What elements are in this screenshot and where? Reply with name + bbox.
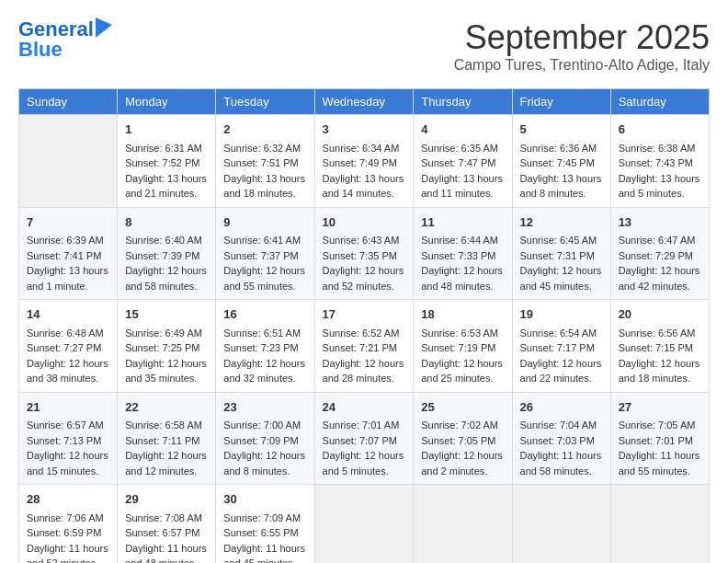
day-number: 24	[323, 398, 406, 417]
day-cell: 2Sunrise: 6:32 AM Sunset: 7:51 PM Daylig…	[216, 115, 314, 208]
day-number: 11	[421, 213, 504, 232]
day-number: 30	[223, 490, 306, 509]
logo-blue-text: Blue	[18, 39, 63, 61]
day-cell: 10Sunrise: 6:43 AM Sunset: 7:35 PM Dayli…	[314, 207, 414, 300]
day-cell: 21Sunrise: 6:57 AM Sunset: 7:13 PM Dayli…	[19, 392, 118, 485]
day-cell: 26Sunrise: 7:04 AM Sunset: 7:03 PM Dayli…	[512, 392, 610, 485]
day-cell: 27Sunrise: 7:05 AM Sunset: 7:01 PM Dayli…	[610, 392, 709, 485]
day-info: Sunrise: 6:38 AM Sunset: 7:43 PM Dayligh…	[619, 143, 700, 200]
month-title: September 2025	[454, 18, 710, 57]
day-cell: 3Sunrise: 6:34 AM Sunset: 7:49 PM Daylig…	[314, 115, 414, 208]
day-number: 27	[619, 398, 701, 417]
col-header-saturday: Saturday	[610, 89, 709, 115]
day-cell: 23Sunrise: 7:00 AM Sunset: 7:09 PM Dayli…	[216, 392, 314, 485]
logo: General Blue	[18, 18, 112, 61]
day-info: Sunrise: 6:36 AM Sunset: 7:45 PM Dayligh…	[520, 143, 602, 200]
day-cell: 28Sunrise: 7:06 AM Sunset: 6:59 PM Dayli…	[19, 485, 118, 564]
day-number: 13	[619, 213, 701, 232]
page-header: General Blue September 2025 Campo Tures,…	[18, 18, 710, 74]
day-cell: 24Sunrise: 7:01 AM Sunset: 7:07 PM Dayli…	[314, 392, 414, 485]
title-block: September 2025 Campo Tures, Trentino-Alt…	[454, 18, 710, 74]
day-number: 2	[223, 121, 306, 139]
col-header-friday: Friday	[512, 89, 610, 115]
col-header-thursday: Thursday	[414, 89, 512, 115]
day-info: Sunrise: 7:00 AM Sunset: 7:09 PM Dayligh…	[223, 419, 305, 477]
day-info: Sunrise: 6:44 AM Sunset: 7:33 PM Dayligh…	[421, 235, 503, 292]
day-cell	[414, 485, 512, 564]
col-header-tuesday: Tuesday	[216, 89, 314, 115]
day-info: Sunrise: 6:54 AM Sunset: 7:17 PM Dayligh…	[520, 327, 602, 385]
day-number: 1	[125, 121, 208, 139]
day-info: Sunrise: 6:35 AM Sunset: 7:47 PM Dayligh…	[421, 143, 503, 200]
day-info: Sunrise: 6:53 AM Sunset: 7:19 PM Dayligh…	[421, 327, 503, 385]
day-info: Sunrise: 6:49 AM Sunset: 7:25 PM Dayligh…	[125, 327, 207, 385]
day-info: Sunrise: 6:32 AM Sunset: 7:51 PM Dayligh…	[223, 143, 305, 200]
day-number: 14	[27, 305, 109, 324]
day-info: Sunrise: 6:39 AM Sunset: 7:41 PM Dayligh…	[27, 235, 108, 292]
day-info: Sunrise: 7:06 AM Sunset: 6:59 PM Dayligh…	[27, 512, 108, 564]
day-info: Sunrise: 6:31 AM Sunset: 7:52 PM Dayligh…	[125, 143, 207, 200]
col-header-monday: Monday	[118, 89, 216, 115]
day-cell: 5Sunrise: 6:36 AM Sunset: 7:45 PM Daylig…	[512, 115, 610, 208]
week-row-4: 21Sunrise: 6:57 AM Sunset: 7:13 PM Dayli…	[19, 392, 710, 485]
day-cell	[512, 485, 610, 564]
day-info: Sunrise: 6:34 AM Sunset: 7:49 PM Dayligh…	[323, 143, 404, 200]
calendar-table: SundayMondayTuesdayWednesdayThursdayFrid…	[18, 88, 710, 563]
logo-icon	[96, 17, 112, 38]
day-info: Sunrise: 7:08 AM Sunset: 6:57 PM Dayligh…	[125, 512, 207, 564]
day-number: 15	[125, 305, 208, 324]
day-cell: 17Sunrise: 6:52 AM Sunset: 7:21 PM Dayli…	[314, 300, 414, 393]
day-info: Sunrise: 7:02 AM Sunset: 7:05 PM Dayligh…	[421, 419, 503, 477]
day-cell	[610, 485, 709, 564]
day-info: Sunrise: 6:41 AM Sunset: 7:37 PM Dayligh…	[223, 235, 305, 292]
day-cell: 20Sunrise: 6:56 AM Sunset: 7:15 PM Dayli…	[610, 300, 709, 393]
day-info: Sunrise: 7:04 AM Sunset: 7:03 PM Dayligh…	[520, 419, 602, 477]
day-number: 12	[520, 213, 603, 232]
day-number: 10	[323, 213, 406, 232]
day-info: Sunrise: 6:56 AM Sunset: 7:15 PM Dayligh…	[619, 327, 700, 385]
day-number: 25	[421, 398, 504, 417]
day-cell: 29Sunrise: 7:08 AM Sunset: 6:57 PM Dayli…	[118, 485, 216, 564]
day-info: Sunrise: 7:09 AM Sunset: 6:55 PM Dayligh…	[223, 512, 305, 564]
day-cell: 19Sunrise: 6:54 AM Sunset: 7:17 PM Dayli…	[512, 300, 610, 393]
svg-marker-0	[96, 17, 112, 38]
day-cell: 11Sunrise: 6:44 AM Sunset: 7:33 PM Dayli…	[414, 207, 512, 300]
day-info: Sunrise: 6:57 AM Sunset: 7:13 PM Dayligh…	[27, 419, 108, 477]
day-cell: 14Sunrise: 6:48 AM Sunset: 7:27 PM Dayli…	[19, 300, 118, 393]
day-cell: 4Sunrise: 6:35 AM Sunset: 7:47 PM Daylig…	[414, 115, 512, 208]
day-number: 4	[421, 121, 504, 139]
day-cell: 22Sunrise: 6:58 AM Sunset: 7:11 PM Dayli…	[118, 392, 216, 485]
day-info: Sunrise: 6:58 AM Sunset: 7:11 PM Dayligh…	[125, 419, 207, 477]
day-cell: 30Sunrise: 7:09 AM Sunset: 6:55 PM Dayli…	[216, 485, 314, 564]
day-info: Sunrise: 6:51 AM Sunset: 7:23 PM Dayligh…	[223, 327, 305, 385]
day-cell: 7Sunrise: 6:39 AM Sunset: 7:41 PM Daylig…	[19, 207, 118, 300]
day-info: Sunrise: 6:43 AM Sunset: 7:35 PM Dayligh…	[323, 235, 404, 292]
day-info: Sunrise: 6:52 AM Sunset: 7:21 PM Dayligh…	[323, 327, 404, 385]
day-cell: 6Sunrise: 6:38 AM Sunset: 7:43 PM Daylig…	[610, 115, 709, 208]
day-cell: 8Sunrise: 6:40 AM Sunset: 7:39 PM Daylig…	[118, 207, 216, 300]
day-number: 21	[27, 398, 109, 417]
day-cell	[314, 485, 414, 564]
day-cell	[19, 115, 118, 208]
day-cell: 18Sunrise: 6:53 AM Sunset: 7:19 PM Dayli…	[414, 300, 512, 393]
day-info: Sunrise: 7:05 AM Sunset: 7:01 PM Dayligh…	[619, 419, 700, 477]
day-info: Sunrise: 6:48 AM Sunset: 7:27 PM Dayligh…	[27, 327, 108, 385]
week-row-5: 28Sunrise: 7:06 AM Sunset: 6:59 PM Dayli…	[19, 485, 710, 564]
day-number: 3	[323, 121, 406, 139]
day-info: Sunrise: 7:01 AM Sunset: 7:07 PM Dayligh…	[323, 419, 404, 477]
day-cell: 9Sunrise: 6:41 AM Sunset: 7:37 PM Daylig…	[216, 207, 314, 300]
col-header-sunday: Sunday	[19, 89, 118, 115]
day-number: 23	[223, 398, 306, 417]
day-number: 20	[619, 305, 701, 324]
day-number: 22	[125, 398, 208, 417]
day-number: 29	[125, 490, 208, 509]
day-number: 9	[223, 213, 306, 232]
day-number: 28	[27, 490, 109, 509]
day-cell: 16Sunrise: 6:51 AM Sunset: 7:23 PM Dayli…	[216, 300, 314, 393]
day-cell: 13Sunrise: 6:47 AM Sunset: 7:29 PM Dayli…	[610, 207, 709, 300]
col-header-wednesday: Wednesday	[314, 89, 414, 115]
day-number: 18	[421, 305, 504, 324]
day-cell: 15Sunrise: 6:49 AM Sunset: 7:25 PM Dayli…	[118, 300, 216, 393]
day-number: 16	[223, 305, 306, 324]
day-number: 26	[520, 398, 603, 417]
